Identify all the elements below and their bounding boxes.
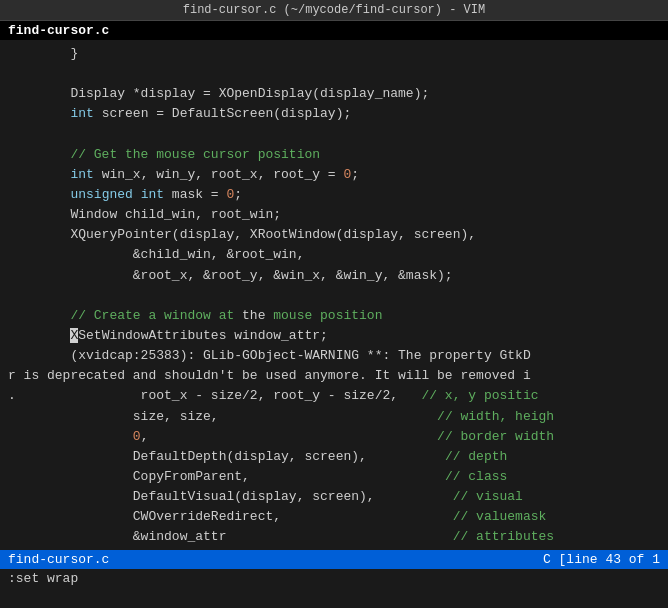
code-line: Window child_win, root_win;	[0, 205, 668, 225]
status-filename: find-cursor.c	[8, 552, 109, 567]
code-line: // Get the mouse cursor position	[0, 145, 668, 165]
code-line	[0, 64, 668, 84]
code-line: }	[0, 44, 668, 64]
code-line: int screen = DefaultScreen(display);	[0, 104, 668, 124]
code-line: size, size, // width, heigh	[0, 407, 668, 427]
status-bar: find-cursor.c C [line 43 of 1	[0, 550, 668, 569]
status-position: C [line 43 of 1	[543, 552, 660, 567]
code-line	[0, 286, 668, 306]
title-bar: find-cursor.c (~/mycode/find-cursor) - V…	[0, 0, 668, 21]
code-line: XQueryPointer(display, XRootWindow(displ…	[0, 225, 668, 245]
code-line: (xvidcap:25383): GLib-GObject-WARNING **…	[0, 346, 668, 366]
code-line: . root_x - size/2, root_y - size/2, // x…	[0, 386, 668, 406]
code-line: &root_x, &root_y, &win_x, &win_y, &mask)…	[0, 266, 668, 286]
filename-bar: find-cursor.c	[0, 21, 668, 40]
title-text: find-cursor.c (~/mycode/find-cursor) - V…	[183, 3, 485, 17]
cmd-bar[interactable]: :set wrap	[0, 569, 668, 588]
code-line: CWOverrideRedirect, // valuemask	[0, 507, 668, 527]
cmd-text: :set wrap	[8, 571, 78, 586]
filename-label: find-cursor.c	[8, 23, 109, 38]
code-line: // Create a window at the mouse position	[0, 306, 668, 326]
code-line	[0, 125, 668, 145]
code-line: CopyFromParent, // class	[0, 467, 668, 487]
code-line: &window_attr // attributes	[0, 527, 668, 547]
code-line: r is deprecated and shouldn't be used an…	[0, 366, 668, 386]
code-line: DefaultDepth(display, screen), // depth	[0, 447, 668, 467]
code-line: XSetWindowAttributes window_attr;	[0, 326, 668, 346]
code-line: int win_x, win_y, root_x, root_y = 0;	[0, 165, 668, 185]
code-line: DefaultVisual(display, screen), // visua…	[0, 487, 668, 507]
code-line: &child_win, &root_win,	[0, 245, 668, 265]
code-line: Display *display = XOpenDisplay(display_…	[0, 84, 668, 104]
code-line: 0, // border width	[0, 427, 668, 447]
code-area[interactable]: } Display *display = XOpenDisplay(displa…	[0, 40, 668, 550]
code-line: unsigned int mask = 0;	[0, 185, 668, 205]
